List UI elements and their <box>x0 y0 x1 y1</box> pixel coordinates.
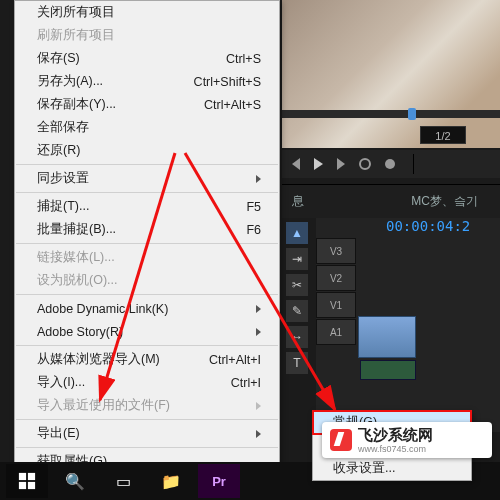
transport-toolbar <box>282 150 500 178</box>
track-v1[interactable]: V1 <box>316 292 356 318</box>
menu-separator <box>16 447 278 448</box>
menu-separator <box>16 192 278 193</box>
windows-icon <box>18 472 36 490</box>
menu-batch-capture[interactable]: 批量捕捉(B)...F6 <box>15 218 279 241</box>
menu-close-all[interactable]: 关闭所有项目 <box>15 1 279 24</box>
video-clip[interactable] <box>358 316 416 358</box>
menu-separator <box>16 243 278 244</box>
menu-save-as[interactable]: 另存为(A)...Ctrl+Shift+S <box>15 70 279 93</box>
premiere-taskbar-icon[interactable]: Pr <box>198 464 240 498</box>
svg-rect-4 <box>19 482 26 489</box>
chevron-right-icon <box>256 328 261 336</box>
menu-save-all[interactable]: 全部保存 <box>15 116 279 139</box>
menu-import[interactable]: 导入(I)...Ctrl+I <box>15 371 279 394</box>
timecode[interactable]: 00:00:04:2 <box>380 218 470 234</box>
menu-sync-settings[interactable]: 同步设置 <box>15 167 279 190</box>
ripple-tool-icon[interactable]: ✂ <box>286 274 308 296</box>
slip-tool-icon[interactable]: ↔ <box>286 326 308 348</box>
audio-clip[interactable] <box>360 360 416 380</box>
folder-taskbar-icon[interactable]: 📁 <box>150 464 192 498</box>
start-button[interactable] <box>6 464 48 498</box>
preview-scrubber[interactable] <box>282 110 500 118</box>
step-forward-icon[interactable] <box>337 158 345 170</box>
submenu-ingest[interactable]: 收录设置... <box>313 457 471 480</box>
preview-monitor <box>282 0 500 148</box>
zoom-level[interactable]: 1/2 <box>420 126 466 144</box>
search-taskbar-icon[interactable]: 🔍 <box>54 464 96 498</box>
menu-import-recent: 导入最近使用的文件(F) <box>15 394 279 417</box>
menu-make-offline: 设为脱机(O)... <box>15 269 279 292</box>
menu-capture[interactable]: 捕捉(T)...F5 <box>15 195 279 218</box>
track-v3[interactable]: V3 <box>316 238 356 264</box>
watermark: 飞沙系统网 www.fs0745.com <box>322 422 492 458</box>
track-a1[interactable]: A1 <box>316 319 356 345</box>
panel-tab[interactable]: 息 <box>282 193 314 210</box>
menu-import-from-browser[interactable]: 从媒体浏览器导入(M)Ctrl+Alt+I <box>15 348 279 371</box>
pen-tool-icon[interactable]: T <box>286 352 308 374</box>
watermark-name: 飞沙系统网 <box>358 426 433 443</box>
svg-rect-5 <box>28 482 35 489</box>
chevron-right-icon <box>256 305 261 313</box>
menu-separator <box>16 164 278 165</box>
play-icon[interactable] <box>314 158 323 170</box>
menu-save-copy[interactable]: 保存副本(Y)...Ctrl+Alt+S <box>15 93 279 116</box>
menu-refresh-all: 刷新所有项目 <box>15 24 279 47</box>
svg-rect-2 <box>19 473 26 480</box>
watermark-url: www.fs0745.com <box>358 445 433 454</box>
menu-separator <box>16 294 278 295</box>
razor-tool-icon[interactable]: ✎ <box>286 300 308 322</box>
menu-separator <box>16 345 278 346</box>
chevron-right-icon <box>256 175 261 183</box>
scrubber-playhead[interactable] <box>408 108 416 120</box>
loop-icon[interactable] <box>359 158 371 170</box>
chevron-right-icon <box>256 402 261 410</box>
tool-column: ▲ ⇥ ✂ ✎ ↔ T <box>286 218 312 374</box>
menu-separator <box>16 419 278 420</box>
step-back-icon[interactable] <box>292 158 300 170</box>
menu-link-media: 链接媒体(L)... <box>15 246 279 269</box>
track-v2[interactable]: V2 <box>316 265 356 291</box>
chevron-right-icon <box>256 430 261 438</box>
sequence-tab[interactable]: MC梦、슼기 <box>401 193 488 210</box>
divider <box>413 154 414 174</box>
record-icon[interactable] <box>385 159 395 169</box>
menu-export[interactable]: 导出(E) <box>15 422 279 445</box>
menu-revert[interactable]: 还原(R) <box>15 139 279 162</box>
watermark-logo-icon <box>330 429 352 451</box>
menu-adobe-story[interactable]: Adobe Story(R) <box>15 320 279 343</box>
timeline-header: 息 MC梦、슼기 <box>282 184 500 218</box>
menu-save[interactable]: 保存(S)Ctrl+S <box>15 47 279 70</box>
track-select-tool-icon[interactable]: ⇥ <box>286 248 308 270</box>
svg-rect-3 <box>28 473 35 480</box>
menu-dynamic-link[interactable]: Adobe Dynamic Link(K) <box>15 297 279 320</box>
task-view-icon[interactable]: ▭ <box>102 464 144 498</box>
selection-tool-icon[interactable]: ▲ <box>286 222 308 244</box>
file-menu: 关闭所有项目 刷新所有项目 保存(S)Ctrl+S 另存为(A)...Ctrl+… <box>14 0 280 500</box>
track-labels: V3 V2 V1 A1 <box>316 238 356 346</box>
